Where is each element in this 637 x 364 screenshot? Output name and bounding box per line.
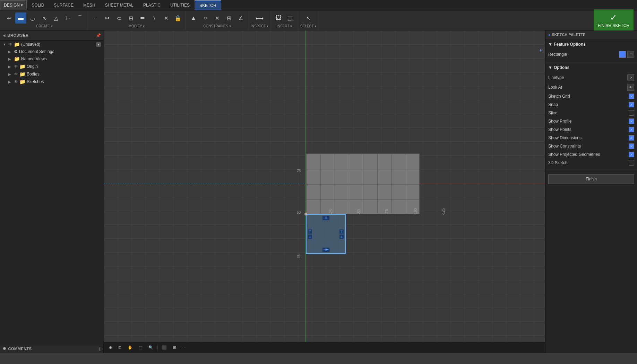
undo-icon[interactable]: ↩ — [3, 12, 15, 24]
show-points-label: Show Points — [548, 127, 571, 132]
sketch-grid-label: Sketch Grid — [548, 94, 570, 99]
offset-icon[interactable]: ⊂ — [113, 12, 124, 24]
folder-sketches: 📁 — [19, 79, 25, 85]
trim-icon[interactable]: ✂ — [102, 12, 113, 24]
inspect-section: ⟷ INSPECT — [249, 11, 271, 29]
tab-solid[interactable]: SOLID — [27, 0, 49, 10]
zoom-window-btn[interactable]: ⬚ — [137, 345, 144, 350]
line-icon[interactable]: ⊢ — [62, 12, 74, 24]
rectangle-color-swatch[interactable] — [619, 51, 626, 58]
show-dimensions-checkbox[interactable]: ✓ — [629, 135, 634, 141]
create-label[interactable]: CREATE — [36, 24, 53, 28]
browser-item-origin[interactable]: ▶ 👁 📁 Origin — [0, 63, 104, 70]
display-mode-btn[interactable]: ⬛ — [160, 345, 169, 350]
browser-item-sketches[interactable]: ▶ 👁 📁 Sketches — [0, 78, 104, 86]
3d-sketch-label: 3D Sketch — [548, 160, 567, 165]
feature-options-label: Feature Options — [554, 42, 586, 47]
eye-icon-unsaved[interactable]: 👁 — [8, 42, 12, 47]
constraints-label[interactable]: CONSTRAINTS — [203, 24, 231, 28]
intersect-icon[interactable]: ✕ — [161, 12, 172, 24]
doc-settings-label: Document Settings — [19, 49, 101, 54]
browser-item-unsaved[interactable]: ▼ 👁 📁 (Unsaved) ● — [0, 41, 104, 48]
slice-checkbox[interactable] — [629, 110, 634, 116]
triangle-constraint-icon[interactable]: ▲ — [188, 12, 199, 24]
comments-pin-icon[interactable]: | — [99, 347, 101, 351]
sketch-grid-checkbox[interactable]: ✓ — [629, 94, 634, 99]
rectangle-options-btn[interactable]: ⬚ — [627, 51, 634, 58]
mirror-icon[interactable]: ⊟ — [125, 12, 136, 24]
tab-sketch[interactable]: SKETCH — [195, 0, 221, 10]
folder-named-views: 📁 — [14, 56, 20, 62]
show-profile-checkbox[interactable]: ✓ — [629, 118, 634, 124]
show-projected-checkbox[interactable]: ✓ — [629, 152, 634, 157]
circle-constraint-icon[interactable]: ○ — [200, 12, 211, 24]
tab-utilities[interactable]: UTILITIES — [165, 0, 195, 10]
show-projected-label: Show Projected Geometries — [548, 152, 600, 157]
eye-icon-sketches[interactable]: 👁 — [14, 79, 18, 84]
rectangle-value: ⬚ — [619, 51, 634, 58]
inspect-label[interactable]: INSPECT — [251, 24, 268, 28]
browser-pin-icon[interactable]: 📌 — [96, 33, 101, 38]
show-points-checkbox[interactable]: ✓ — [629, 127, 634, 132]
rectangle-tool-icon[interactable]: ▬ — [15, 12, 26, 24]
comments-bar: ⊕ COMMENTS | — [0, 344, 104, 353]
cursor-tool-btn[interactable]: ⊕ — [107, 345, 114, 350]
project-icon[interactable]: ═ — [137, 12, 148, 24]
feature-options-header[interactable]: ▼ Feature Options — [548, 42, 634, 47]
tab-mesh[interactable]: MESH — [78, 0, 100, 10]
grid-btn[interactable]: ⊞ — [171, 345, 178, 350]
tab-sheet-metal[interactable]: SHEET METAL — [100, 0, 138, 10]
zoom-fit-btn[interactable]: 🔍 — [146, 345, 155, 350]
browser-item-bodies[interactable]: ▶ 👁 📁 Bodies — [0, 70, 104, 78]
insert-label[interactable]: INSERT — [277, 24, 292, 28]
modify-label[interactable]: MODIFY — [129, 24, 145, 28]
browser-collapse-icon[interactable]: ◂ — [3, 33, 6, 38]
comments-expand-icon[interactable]: ⊕ — [3, 346, 6, 351]
sketch-palette-header: ● SKETCH PALETTE — [545, 30, 637, 39]
lock-icon[interactable]: 🔒 — [172, 12, 183, 24]
finish-sketch-button[interactable]: ✓ FINISH SKETCH — [594, 9, 634, 32]
select-label[interactable]: SELECT — [300, 24, 317, 28]
circle-arc-icon[interactable]: ◡ — [27, 12, 38, 24]
select-cursor-icon[interactable]: ↖ — [303, 12, 314, 24]
finish-palette-button[interactable]: Finish — [548, 174, 634, 184]
linetype-btn[interactable]: ↗ — [627, 74, 634, 81]
polygon-icon[interactable]: △ — [51, 12, 62, 24]
show-constraints-checkbox[interactable]: ✓ — [629, 143, 634, 149]
measure-icon[interactable]: ⟷ — [254, 12, 265, 24]
more-btn[interactable]: ⋯ — [180, 345, 188, 350]
snap-checkbox[interactable]: ✓ — [629, 102, 634, 107]
look-at-btn[interactable]: 👁 — [627, 84, 634, 91]
insert-image-icon[interactable]: 🖼 — [273, 12, 284, 24]
options-header[interactable]: ▼ Options — [548, 65, 634, 70]
3d-sketch-checkbox[interactable] — [629, 160, 634, 166]
cross-constraint-icon[interactable]: ✕ — [212, 12, 223, 24]
move-tool-btn[interactable]: ⊡ — [116, 345, 123, 350]
modify-icons: ⌐ ✂ ⊂ ⊟ ═ ⧵ ✕ 🔒 — [90, 12, 183, 24]
eye-icon-bodies[interactable]: 👁 — [14, 72, 18, 77]
fillet-icon[interactable]: ⌐ — [90, 12, 101, 24]
angle-constraint-icon[interactable]: ∠ — [235, 12, 246, 24]
chevron-down-options-icon: ▼ — [548, 65, 552, 70]
canvas-area[interactable]: ⊣⊢ ⊣⊢ ⊤ ⊥ ⊤ ⊥ -25 -50 -75 -100 — [104, 30, 545, 353]
constraint-icon-5: ⊤ — [339, 229, 344, 233]
hatch-icon[interactable]: ⧵ — [149, 12, 160, 24]
browser-item-named-views[interactable]: ▶ 📁 Named Views — [0, 55, 104, 63]
options-label: Options — [554, 65, 569, 70]
pan-tool-btn[interactable]: ✋ — [126, 345, 135, 350]
eye-icon-origin[interactable]: 👁 — [14, 64, 18, 69]
linetype-label: Linetype — [548, 75, 564, 80]
insert-rect-icon[interactable]: ⬚ — [285, 12, 296, 24]
browser-item-doc-settings[interactable]: ▶ ⚙ Document Settings — [0, 48, 104, 55]
rect-constraint-icon[interactable]: ⊞ — [223, 12, 234, 24]
design-button[interactable]: DESIGN ▾ — [0, 0, 27, 10]
tab-surface[interactable]: SURFACE — [49, 0, 78, 10]
vertical-axis — [305, 30, 305, 353]
show-dimensions-label: Show Dimensions — [548, 135, 582, 140]
arrow-right-named: ▶ — [8, 57, 12, 61]
tab-plastic[interactable]: PLASTIC — [138, 0, 165, 10]
snap-row: Snap ✓ — [548, 100, 634, 109]
spline-icon[interactable]: ∿ — [39, 12, 50, 24]
arc-icon[interactable]: ⌒ — [74, 12, 85, 24]
tabs-row: DESIGN ▾ SOLID SURFACE MESH SHEET METAL … — [0, 0, 637, 10]
